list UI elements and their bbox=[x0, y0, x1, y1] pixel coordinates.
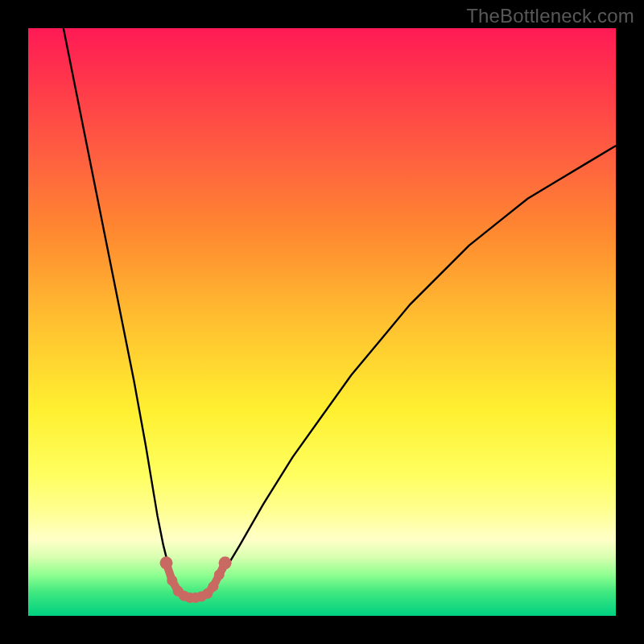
bead-dot bbox=[214, 569, 225, 580]
watermark-text: TheBottleneck.com bbox=[466, 5, 634, 27]
bead-dot bbox=[160, 556, 173, 569]
chart-frame: TheBottleneck.com bbox=[0, 0, 644, 644]
curve-left-branch bbox=[64, 28, 181, 592]
bead-dot bbox=[208, 581, 218, 592]
bead-dot bbox=[167, 576, 177, 586]
curve-layer bbox=[28, 28, 616, 616]
bead-dot bbox=[219, 556, 232, 569]
plot-area bbox=[28, 28, 616, 616]
bead-trough bbox=[160, 556, 232, 603]
curve-right-branch bbox=[210, 146, 616, 592]
